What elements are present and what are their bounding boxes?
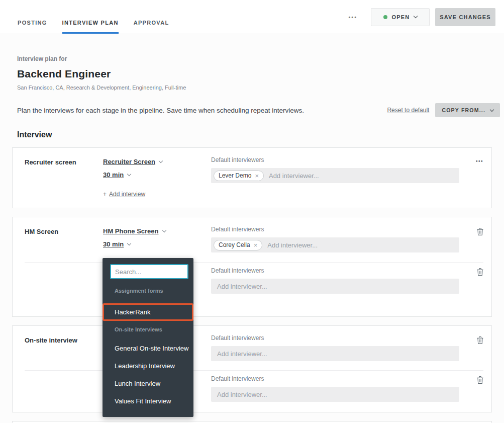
add-interview-link[interactable]: + Add interview — [103, 191, 145, 198]
tab-interview-plan[interactable]: INTERVIEW PLAN — [62, 11, 119, 34]
copy-from-button[interactable]: COPY FROM... — [435, 103, 500, 117]
dropdown-item-hackerrank[interactable]: HackerRank — [103, 303, 193, 321]
topbar-actions: ••• OPEN SAVE CHANGES — [344, 0, 495, 34]
interviewer-input[interactable]: Lever Demo × Add interviewer... — [211, 168, 459, 183]
add-interviewer-placeholder: Add interviewer... — [217, 350, 267, 358]
dropdown-group-header-assignment-forms: Assignment forms — [115, 288, 181, 294]
default-interviewers-label: Default interviewers — [211, 375, 459, 382]
interviewer-input[interactable]: Corey Cella × Add interviewer... — [211, 237, 459, 252]
chevron-down-icon — [162, 228, 166, 232]
dropdown-item-lunch-interview[interactable]: Lunch Interview — [103, 375, 193, 392]
duration-select[interactable]: 30 min — [103, 171, 131, 179]
interviewer-input[interactable]: Add interviewer... — [211, 346, 459, 361]
topbar: POSTING INTERVIEW PLAN APPROVAL ••• OPEN… — [0, 0, 504, 34]
dropdown-group-header-onsite-interviews: On-site Interviews — [115, 326, 181, 332]
add-interviewer-placeholder: Add interviewer... — [269, 172, 319, 180]
dropdown-search-input[interactable] — [110, 264, 188, 279]
status-dot-icon — [383, 15, 387, 19]
delete-interview-button[interactable] — [477, 228, 483, 237]
plan-description-row: Plan the interviews for each stage in th… — [17, 103, 500, 117]
tab-approval[interactable]: APPROVAL — [134, 11, 169, 34]
chevron-down-icon — [127, 172, 131, 176]
interview-plan-page: Interview plan for Backend Engineer San … — [0, 55, 504, 423]
remove-tag-icon[interactable]: × — [254, 242, 258, 248]
dropdown-item-values-fit-interview[interactable]: Values Fit Interview — [103, 392, 193, 410]
chevron-down-icon — [414, 14, 418, 18]
delete-interview-button[interactable] — [477, 268, 483, 277]
default-interviewers-label: Default interviewers — [211, 334, 459, 342]
interviewer-tag-label: Lever Demo — [219, 172, 251, 179]
interview-type-value: Recruiter Screen — [103, 158, 155, 165]
stage-cards: Recruiter screen Recruiter Screen 30 min… — [12, 147, 492, 423]
more-menu-button[interactable]: ••• — [344, 11, 361, 23]
delete-interview-button[interactable] — [477, 376, 483, 385]
interview-type-select[interactable]: Recruiter Screen — [103, 157, 162, 165]
interviewer-tag: Corey Cella × — [214, 240, 262, 250]
duration-select[interactable]: 30 min — [103, 240, 131, 248]
job-title: Backend Engineer — [17, 68, 492, 80]
interview-type-value: HM Phone Screen — [103, 227, 159, 235]
delete-interview-button[interactable] — [477, 336, 483, 346]
interview-row: Default interviewers Add interviewer... — [25, 375, 483, 402]
section-title: Interview — [17, 130, 492, 139]
stage-card-recruiter-screen: Recruiter screen Recruiter Screen 30 min… — [12, 147, 492, 208]
add-interviewer-placeholder: Add interviewer... — [267, 241, 318, 249]
row-divider — [25, 262, 483, 263]
trash-icon — [477, 336, 483, 344]
plan-actions: Reset to default COPY FROM... — [387, 103, 500, 117]
plan-header: Interview plan for Backend Engineer San … — [17, 55, 492, 91]
default-interviewers-label: Default interviewers — [211, 156, 459, 163]
chevron-down-icon — [490, 107, 494, 111]
stage-card-hm-screen: HM Screen HM Phone Screen 30 min Default… — [12, 217, 492, 317]
add-interview-label: Add interview — [109, 191, 145, 198]
interview-row: On-site interview Default interviewers A… — [25, 335, 483, 361]
dropdown-item-general-onsite-interview[interactable]: General On-site Interview — [103, 340, 193, 357]
interviewer-input[interactable]: Add interviewer... — [211, 387, 459, 402]
default-interviewers-label: Default interviewers — [211, 226, 459, 233]
trash-icon — [477, 376, 483, 384]
posting-status-button[interactable]: OPEN — [371, 8, 430, 26]
status-label: OPEN — [392, 14, 410, 20]
reset-to-default-link[interactable]: Reset to default — [387, 107, 429, 114]
interview-row: Default interviewers Add interviewer... — [25, 267, 483, 306]
add-interviewer-placeholder: Add interviewer... — [217, 391, 267, 398]
ellipsis-icon: ••• — [348, 14, 357, 20]
interview-type-select[interactable]: HM Phone Screen — [103, 227, 166, 235]
row-more-button[interactable]: ••• — [476, 158, 483, 164]
tab-posting[interactable]: POSTING — [18, 11, 47, 34]
trash-icon — [477, 228, 483, 235]
dropdown-item-leadership-interview[interactable]: Leadership Interview — [103, 357, 193, 375]
row-divider — [25, 370, 483, 371]
interview-select-menu: Assignment forms HackerRank On-site Inte… — [103, 258, 193, 417]
stage-name: Recruiter screen — [25, 158, 76, 166]
chevron-down-icon — [127, 241, 131, 245]
interviewer-input[interactable]: Add interviewer... — [211, 279, 459, 294]
plan-eyebrow: Interview plan for — [17, 55, 492, 62]
interviewer-tag-label: Corey Cella — [219, 241, 250, 248]
copy-from-label: COPY FROM... — [442, 107, 485, 113]
stage-name: On-site interview — [25, 336, 77, 344]
interview-row: Recruiter screen Recruiter Screen 30 min… — [25, 157, 483, 198]
plan-description: Plan the interviews for each stage in th… — [17, 107, 304, 114]
stage-card-onsite-interview: On-site interview Default interviewers A… — [12, 325, 492, 412]
duration-value: 30 min — [103, 171, 124, 179]
stage-name: HM Screen — [25, 228, 58, 235]
add-interviewer-placeholder: Add interviewer... — [217, 283, 267, 290]
remove-tag-icon[interactable]: × — [255, 173, 259, 179]
interviewer-tag: Lever Demo × — [214, 171, 264, 181]
plus-icon: + — [103, 191, 107, 198]
default-interviewers-label: Default interviewers — [211, 267, 459, 274]
save-changes-button[interactable]: SAVE CHANGES — [435, 8, 495, 26]
job-meta: San Francisco, CA, Research & Developmen… — [17, 84, 492, 91]
tab-bar: POSTING INTERVIEW PLAN APPROVAL — [18, 0, 169, 34]
trash-icon — [477, 268, 483, 276]
stage-card-panel-interview: Panel interview ADD INTERVIEW — [12, 421, 492, 423]
chevron-down-icon — [159, 158, 163, 162]
interview-row: HM Screen HM Phone Screen 30 min Default… — [25, 227, 483, 253]
duration-value: 30 min — [103, 240, 124, 248]
